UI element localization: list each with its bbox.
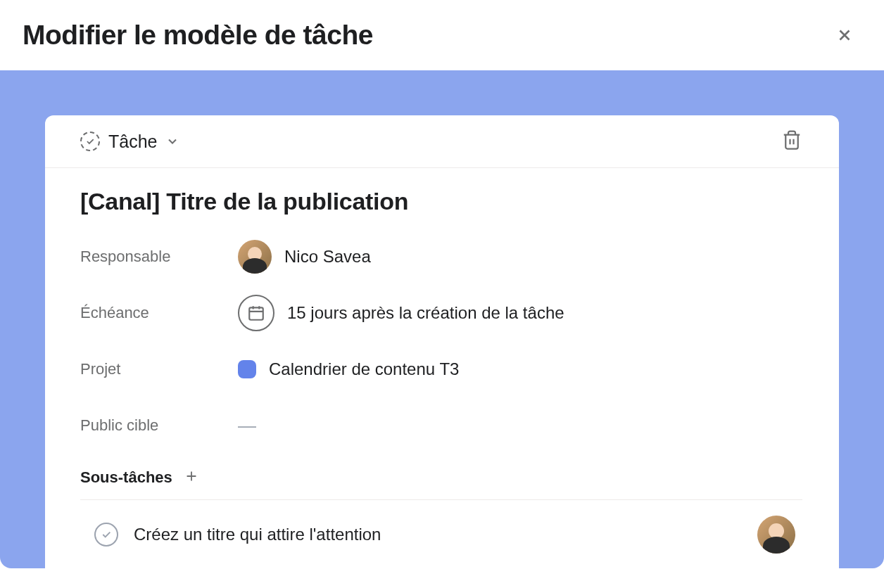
card-body: [Canal] Titre de la publication Responsa… bbox=[45, 168, 839, 568]
assignee-avatar bbox=[238, 240, 272, 274]
subtask-assignee-avatar[interactable] bbox=[757, 516, 795, 554]
modal-header: Modifier le modèle de tâche bbox=[0, 0, 884, 70]
task-card: Tâche [Canal] Titre de la publication Re… bbox=[45, 115, 839, 568]
close-icon bbox=[835, 26, 854, 44]
due-date-text: 15 jours après la création de la tâche bbox=[287, 303, 564, 323]
due-date-value: 15 jours après la création de la tâche bbox=[238, 295, 564, 331]
delete-button[interactable] bbox=[781, 129, 802, 153]
close-button[interactable] bbox=[833, 24, 856, 46]
subtask-title: Créez un titre qui attire l'attention bbox=[134, 525, 381, 544]
plus-icon bbox=[184, 468, 199, 484]
calendar-icon bbox=[238, 295, 274, 331]
banner-area: Tâche [Canal] Titre de la publication Re… bbox=[0, 70, 884, 568]
task-type-label: Tâche bbox=[108, 132, 157, 152]
svg-rect-0 bbox=[249, 307, 263, 319]
modal-title: Modifier le modèle de tâche bbox=[23, 20, 373, 51]
project-value: Calendrier de contenu T3 bbox=[238, 359, 459, 379]
subtasks-label: Sous-tâches bbox=[80, 468, 172, 487]
add-subtask-button[interactable] bbox=[184, 468, 199, 487]
task-check-icon bbox=[80, 132, 100, 151]
trash-icon bbox=[781, 129, 802, 151]
audience-field[interactable]: Public cible — bbox=[80, 407, 802, 445]
subtask-left: Créez un titre qui attire l'attention bbox=[94, 523, 381, 547]
subtask-check-button[interactable] bbox=[94, 523, 118, 547]
project-color-icon bbox=[238, 360, 256, 378]
assignee-value: Nico Savea bbox=[238, 240, 371, 274]
subtasks-header: Sous-tâches bbox=[80, 463, 802, 500]
project-name: Calendrier de contenu T3 bbox=[269, 359, 459, 379]
card-header: Tâche bbox=[45, 115, 839, 168]
audience-value: — bbox=[238, 415, 258, 437]
audience-label: Public cible bbox=[80, 416, 238, 435]
assignee-name: Nico Savea bbox=[284, 247, 371, 267]
check-icon bbox=[101, 529, 112, 540]
project-field[interactable]: Projet Calendrier de contenu T3 bbox=[80, 350, 802, 388]
subtask-row[interactable]: Créez un titre qui attire l'attention bbox=[80, 500, 802, 568]
task-type-selector[interactable]: Tâche bbox=[80, 132, 179, 152]
due-date-field[interactable]: Échéance 15 jours après la création de l… bbox=[80, 294, 802, 332]
chevron-down-icon bbox=[165, 134, 179, 148]
due-date-label: Échéance bbox=[80, 304, 238, 322]
assignee-field[interactable]: Responsable Nico Savea bbox=[80, 238, 802, 276]
project-label: Projet bbox=[80, 360, 238, 378]
task-title[interactable]: [Canal] Titre de la publication bbox=[80, 188, 802, 215]
audience-empty: — bbox=[238, 415, 258, 437]
assignee-label: Responsable bbox=[80, 248, 238, 266]
